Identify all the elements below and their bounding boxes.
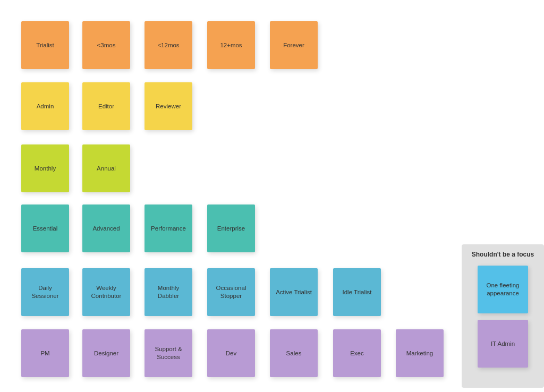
sticky-editor[interactable]: Editor [82, 82, 130, 130]
sticky-essential[interactable]: Essential [21, 204, 69, 252]
sidebar-title: Shouldn't be a focus [472, 251, 534, 258]
board: Shouldn't be a focus One fleeting appear… [0, 0, 544, 392]
sticky-monthly-dabbler[interactable]: Monthly Dabbler [144, 268, 192, 316]
sticky-12plus[interactable]: 12+mos [207, 21, 255, 69]
sticky-monthly[interactable]: Monthly [21, 144, 69, 192]
sticky-performance[interactable]: Performance [144, 204, 192, 252]
sticky-pm[interactable]: PM [21, 329, 69, 377]
sticky-annual[interactable]: Annual [82, 144, 130, 192]
sticky-exec[interactable]: Exec [333, 329, 381, 377]
sticky-dev[interactable]: Dev [207, 329, 255, 377]
sticky-lt12mos[interactable]: <12mos [144, 21, 192, 69]
sticky-active-trialist[interactable]: Active Trialist [270, 268, 318, 316]
sticky-designer[interactable]: Designer [82, 329, 130, 377]
sticky-admin[interactable]: Admin [21, 82, 69, 130]
sticky-lt3mos[interactable]: <3mos [82, 21, 130, 69]
sticky-occasional-stopper[interactable]: Occasional Stopper [207, 268, 255, 316]
sticky-weekly-contributor[interactable]: Weekly Contributor [82, 268, 130, 316]
sticky-support-success[interactable]: Support & Success [144, 329, 192, 377]
sticky-advanced[interactable]: Advanced [82, 204, 130, 252]
sticky-daily-sessioner[interactable]: Daily Sessioner [21, 268, 69, 316]
sticky-reviewer[interactable]: Reviewer [144, 82, 192, 130]
sticky-enterprise[interactable]: Enterprise [207, 204, 255, 252]
sidebar-panel: Shouldn't be a focus One fleeting appear… [462, 244, 544, 388]
sidebar-sticky-it-admin[interactable]: IT Admin [478, 320, 528, 368]
sticky-marketing[interactable]: Marketing [396, 329, 444, 377]
sticky-forever[interactable]: Forever [270, 21, 318, 69]
sticky-sales[interactable]: Sales [270, 329, 318, 377]
sticky-trialist[interactable]: Trialist [21, 21, 69, 69]
sidebar-sticky-one-fleeting[interactable]: One fleeting appearance [478, 266, 528, 313]
sticky-idle-trialist[interactable]: Idle Trialist [333, 268, 381, 316]
